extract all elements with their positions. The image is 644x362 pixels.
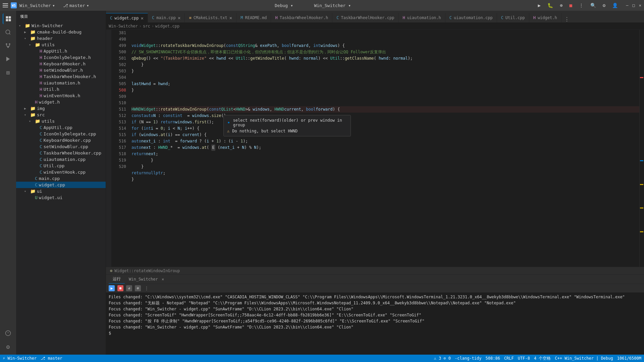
problems-icon[interactable] (3, 328, 13, 339)
tree-item-src[interactable]: ▾ 📁 src (16, 112, 106, 118)
search-activity-icon[interactable] (3, 27, 13, 38)
tree-item-img[interactable]: ▶ 📁 img (16, 105, 106, 112)
tree-label: ui (37, 189, 42, 194)
tree-item-uiautomation-cpp[interactable]: ▶ C uiautomation.cpp (16, 156, 106, 163)
code-content[interactable]: void Widget::rotateTaskbarWindowInGroup(… (129, 30, 639, 267)
statusbar-line-col[interactable]: 508:86 (486, 356, 500, 361)
tree-item-header[interactable]: ▾ 📁 header (16, 35, 106, 42)
tab-close-icon[interactable]: ✕ (178, 15, 180, 20)
folder-icon: 📁 (35, 119, 40, 124)
statusbar-spaces[interactable]: 4 个空格 (534, 356, 551, 361)
statusbar-problems[interactable]: ⚠ 3 ⊘ 0 (434, 356, 451, 361)
bc-item-file[interactable]: widget.cpp (155, 24, 179, 28)
run-debug-icon[interactable] (3, 54, 13, 64)
minimize-button[interactable]: — (626, 3, 628, 8)
tab-label: main.cpp (156, 15, 176, 20)
tab-cmakelists[interactable]: ≡ CMakeLists.txt ✕ (185, 13, 236, 22)
extensions-icon[interactable]: ⊞ (3, 67, 13, 78)
settings-icon[interactable]: ⚙ (601, 2, 607, 9)
statusbar-project[interactable]: ⚡ Win-Switcher (3, 356, 37, 361)
tabs-overflow-button[interactable]: ⋮ (561, 16, 572, 22)
tree-item-apputil-cpp[interactable]: ▶ C AppUtil.cpp (16, 124, 106, 131)
tab-util-cpp[interactable]: C Util.cpp (497, 13, 529, 22)
statusbar-memory[interactable]: 1061/6500M (617, 356, 641, 361)
run-icon[interactable]: ▶ (537, 2, 542, 9)
more-actions-icon[interactable]: ⋮ (578, 2, 585, 9)
tree-item-ui[interactable]: ▾ 📁 ui (16, 188, 106, 194)
tree-item-cmake[interactable]: ▶ 📁 cmake-build-debug (16, 29, 106, 35)
tree-item-apputil-h[interactable]: ▶ H AppUtil.h (16, 48, 106, 54)
svg-point-4 (6, 30, 10, 34)
clear-toolbar-btn[interactable]: ⊘ (135, 285, 141, 291)
project-name[interactable]: Win_Switcher ▾ (19, 3, 55, 8)
tab-readme[interactable]: M README.md (236, 13, 271, 22)
code-line: } (131, 164, 639, 170)
run-toolbar-btn[interactable]: ▶ (109, 285, 115, 291)
panel-tab-run[interactable]: 运行 (109, 275, 125, 284)
tree-item-icononlydelegate-h[interactable]: ▶ H IconOnlyDelegate.h (16, 54, 106, 61)
bc-item-src[interactable]: src (143, 24, 150, 28)
tab-close-icon[interactable]: ✕ (141, 15, 143, 21)
settings-bottom-icon[interactable]: ⚙ (3, 341, 13, 352)
tab-widget-cpp[interactable]: C widget.cpp ✕ (106, 13, 148, 22)
statusbar-encoding[interactable]: UTF-8 (518, 356, 530, 361)
tree-label: widget.cpp (39, 182, 65, 187)
tree-label: uiautomation.h (44, 80, 80, 85)
tab-main-cpp[interactable]: C main.cpp ✕ (148, 13, 185, 22)
tab-widget-h[interactable]: H widget.h (529, 13, 561, 22)
rebuild-toolbar-btn[interactable]: ↺ (126, 285, 132, 291)
statusbar-branch-status[interactable]: ⎇ master (41, 356, 62, 361)
tree-item-utils-h[interactable]: ▾ 📁 utils (16, 42, 106, 48)
tree-item-widget-h[interactable]: ▶ H widget.h (16, 99, 106, 105)
tree-item-wineventhook-h[interactable]: ▶ H winEventHook.h (16, 93, 106, 99)
tree-item-util-h[interactable]: ▶ H Util.h (16, 86, 106, 93)
search-icon[interactable]: 🔍 (589, 2, 597, 9)
tree-item-taskbarhooker-cpp[interactable]: ▶ C TaskbarWheelHooker.cpp (16, 150, 106, 156)
terminal-line: Files changed: "C:\\Windows\\system32\\c… (109, 294, 641, 300)
maximize-button[interactable]: □ (633, 3, 635, 8)
tab-close-icon[interactable]: ✕ (229, 15, 232, 20)
stop-icon[interactable]: ■ (568, 2, 573, 9)
tab-uiautomation-cpp[interactable]: C uiautomation.cpp (445, 13, 497, 22)
tab-taskbar-h[interactable]: H TaskbarWheelHooker.h (271, 13, 332, 22)
tree-item-setwindowblur-cpp[interactable]: ▶ C setWindowBlur.cpp (16, 143, 106, 150)
tree-item-keyboardhooker-cpp[interactable]: ▶ C KeyboardHooker.cpp (16, 137, 106, 143)
close-button[interactable]: ✕ (639, 3, 641, 8)
tab-taskbar-cpp[interactable]: C TaskbarWheelHooker.cpp (332, 13, 398, 22)
statusbar-clang-tidy[interactable]: -clang-tidy (455, 356, 481, 361)
tree-item-widget-ui[interactable]: ▶ U widget.ui (16, 194, 106, 201)
git-icon[interactable] (3, 40, 13, 51)
tree-arrow: ▾ (29, 43, 34, 47)
tree-item-setwindowblur-h[interactable]: ▶ H setWindowBlur.h (16, 67, 106, 73)
account-icon[interactable]: 👤 (611, 2, 619, 9)
tree-item-util-cpp[interactable]: ▶ C Util.cpp (16, 163, 106, 169)
branch-selector[interactable]: ⎇ master ▾ (63, 3, 89, 8)
tree-item-taskbarhooker-h[interactable]: ▶ H TaskbarWheelHooker.h (16, 73, 106, 80)
tree-item-uiautomation-h[interactable]: ▶ H uiautomation.h (16, 80, 106, 86)
tree-item-main-cpp[interactable]: ▶ C main.cpp (16, 175, 106, 182)
menu-hamburger-icon[interactable] (3, 3, 8, 8)
tree-item-wineventhook-cpp[interactable]: ▶ C winEventHook.cpp (16, 169, 106, 175)
profile-icon[interactable]: ⊕ (558, 2, 564, 9)
bc-item-project[interactable]: Win-Switcher (109, 24, 138, 28)
tab-uiautomation-h[interactable]: H uiautomation.h (398, 13, 445, 22)
debug-icon[interactable]: 🐛 (546, 2, 554, 9)
tree-item-widget-cpp[interactable]: ▶ C widget.cpp (16, 182, 106, 188)
panel-tab-close-icon[interactable]: ✕ (162, 277, 164, 282)
code-line: } (131, 87, 639, 94)
tree-item-keyboardhooker-h[interactable]: ▶ H KeyboardHooker.h (16, 61, 106, 67)
tab-file-icon: H (275, 15, 277, 20)
sidebar-header[interactable]: 项目 (16, 11, 106, 22)
explorer-icon[interactable] (3, 13, 13, 24)
tree-item-icononlydelegate-cpp[interactable]: ▶ C IconOnlyDelegate.cpp (16, 131, 106, 137)
statusbar-language[interactable]: C++ Win_Switcher | Debug (555, 356, 613, 361)
statusbar-crlf[interactable]: CRLF (504, 356, 514, 361)
code-line: } (131, 157, 639, 164)
tree-item-utils-cpp[interactable]: ▾ 📁 utils (16, 118, 106, 124)
stop-toolbar-btn[interactable]: ■ (117, 285, 123, 291)
tree-item-win-switcher[interactable]: ▾ 📁 Win-Switcher (16, 22, 106, 29)
more-toolbar-btn[interactable]: ⋮ (144, 285, 150, 291)
panel-tab-win-switcher[interactable]: Win_Switcher ✕ (125, 276, 168, 283)
right-scrollbar[interactable] (639, 30, 644, 267)
file-icon: C (40, 144, 42, 149)
